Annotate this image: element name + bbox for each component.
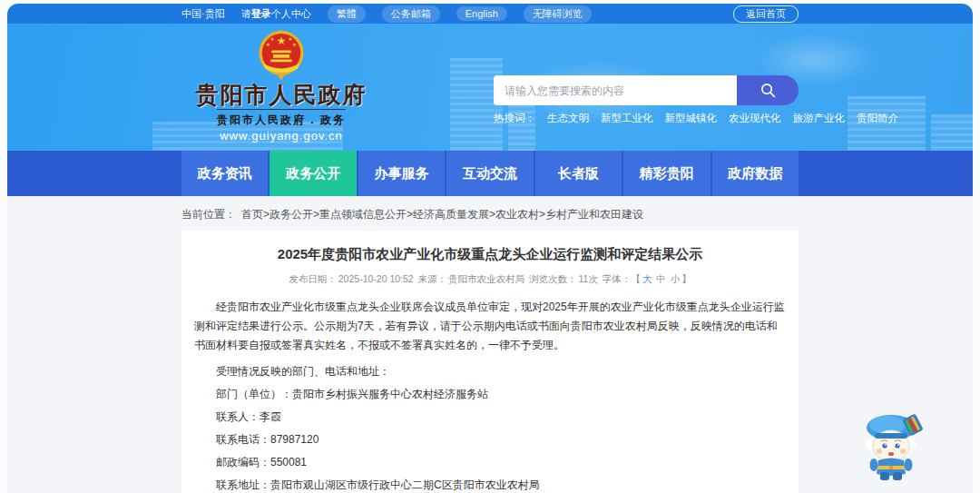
svg-text:★: ★ [289, 36, 293, 42]
city-silhouette [931, 114, 973, 151]
svg-text:★: ★ [266, 42, 270, 47]
hot-word-link[interactable]: 农业现代化 [729, 112, 781, 125]
article-meta: 发布日期：2025-10-20 10:52 来源：贵阳市农业农村局 浏览次数：1… [194, 273, 786, 286]
breadcrumb-label: 当前位置： [181, 207, 236, 222]
source-value: 贵阳市农业农村局 [448, 273, 524, 284]
nav-tab-hudong-jiaoliu[interactable]: 互动交流 [446, 151, 533, 196]
site-logo[interactable]: ★ ★ ★ ★ ★ 贵阳市人民政府 贵阳市人民政府 . 政务 www.guiya… [172, 29, 390, 143]
nav-tab-banshi-fuwu[interactable]: 办事服务 [358, 151, 445, 196]
top-utility-bar: 中国·贵阳 请登录个人中心 繁體 公务邮箱 English 无障碍浏览 返回首页 [7, 4, 973, 24]
site-url: www.guiyang.gov.cn [172, 129, 390, 143]
mascot-assistant-icon[interactable] [860, 409, 929, 481]
font-size-small-button[interactable]: 小 [671, 273, 681, 284]
return-home-button[interactable]: 返回首页 [733, 5, 799, 23]
article-line-address: 联系地址：贵阳市观山湖区市级行政中心二期C区贵阳市农业农村局 [194, 479, 786, 491]
login-link[interactable]: 请登录个人中心 [241, 7, 311, 21]
personal-center-text[interactable]: 个人中心 [271, 8, 311, 19]
national-emblem-icon: ★ ★ ★ ★ ★ [255, 29, 308, 82]
nav-tab-zhengwu-gongkai[interactable]: 政务公开 [270, 151, 356, 196]
official-mail-button[interactable]: 公务邮箱 [382, 5, 440, 23]
breadcrumb[interactable]: 首页>政务公开>重点领域信息公开>经济高质量发展>农业农村>乡村产业和农田建设 [241, 207, 643, 222]
hot-word-link[interactable]: 贵阳简介 [857, 112, 898, 125]
search-input[interactable] [494, 75, 737, 105]
article-paragraph: 经贵阳市农业产业化市级重点龙头企业联席会议成员单位审定，现对2025年开展的农业… [194, 298, 786, 355]
nav-tab-zhengwu-zixun[interactable]: 政务资讯 [181, 151, 268, 196]
login-prefix: 请 [241, 8, 251, 19]
breadcrumb-row: 当前位置： 首页>政务公开>重点领域信息公开>经济高质量发展>农业农村>乡村产业… [7, 196, 973, 231]
article-line-contact-intro: 受理情况反映的部门、电话和地址： [194, 366, 786, 378]
hot-word-link[interactable]: 旅游产业化 [793, 112, 846, 125]
english-button[interactable]: English [456, 6, 507, 21]
site-subtitle: 贵阳市人民政府 . 政务 [217, 109, 346, 128]
region-link[interactable]: 中国·贵阳 [181, 7, 225, 21]
font-size-label: 字体：【 [603, 273, 641, 284]
nav-tab-zhengfu-shuju[interactable]: 政府数据 [712, 151, 799, 196]
accessibility-button[interactable]: 无障碍浏览 [524, 5, 592, 23]
article-card: 2025年度贵阳市农业产业化市级重点龙头企业运行监测和评定结果公示 发布日期：2… [181, 231, 799, 493]
views-value: 11次 [579, 273, 598, 284]
svg-text:★: ★ [292, 42, 297, 47]
nav-tab-jingcai-guiyang[interactable]: 精彩贵阳 [623, 151, 710, 196]
font-size-medium-button[interactable]: 中 [656, 273, 666, 284]
font-size-large-button[interactable]: 大 [642, 273, 652, 284]
svg-text:★: ★ [270, 36, 275, 42]
search-area: 热搜词： 生态文明 新型工业化 新型城镇化 农业现代化 旅游产业化 贵阳简介 [494, 75, 799, 125]
hot-search-words: 热搜词： 生态文明 新型工业化 新型城镇化 农业现代化 旅游产业化 贵阳简介 [494, 112, 799, 125]
article-line-postcode: 邮政编码：550081 [194, 457, 786, 468]
login-text[interactable]: 登录 [251, 8, 271, 19]
source-label: 来源： [418, 273, 447, 284]
hot-word-link[interactable]: 新型城镇化 [665, 112, 718, 125]
nav-tab-zhangzhe-ban[interactable]: 长者版 [535, 151, 622, 196]
font-size-label-end: 】 [681, 273, 691, 284]
traditional-chinese-button[interactable]: 繁體 [328, 5, 366, 23]
hot-words-label: 热搜词： [494, 112, 535, 125]
site-container: 中国·贵阳 请登录个人中心 繁體 公务邮箱 English 无障碍浏览 返回首页… [7, 4, 973, 493]
svg-text:★: ★ [277, 35, 287, 46]
article-line-department: 部门（单位）：贵阳市乡村振兴服务中心农村经济服务站 [194, 389, 786, 400]
article-line-contact-person: 联系人：李霞 [194, 411, 786, 423]
article-line-phone: 联系电话：87987120 [194, 434, 786, 446]
hot-word-link[interactable]: 生态文明 [547, 112, 589, 125]
site-banner: ★ ★ ★ ★ ★ 贵阳市人民政府 贵阳市人民政府 . 政务 www.guiya… [7, 24, 973, 151]
publish-date-label: 发布日期： [289, 273, 337, 284]
main-navigation: 政务资讯 政务公开 办事服务 互动交流 长者版 精彩贵阳 政府数据 [7, 151, 973, 196]
hot-word-link[interactable]: 新型工业化 [601, 112, 653, 125]
search-icon [760, 82, 777, 99]
page-title: 2025年度贵阳市农业产业化市级重点龙头企业运行监测和评定结果公示 [194, 246, 786, 263]
views-label: 浏览次数： [529, 273, 577, 284]
site-title: 贵阳市人民政府 [172, 82, 390, 107]
search-button[interactable] [737, 75, 799, 105]
publish-date: 2025-10-20 10:52 [338, 273, 414, 284]
